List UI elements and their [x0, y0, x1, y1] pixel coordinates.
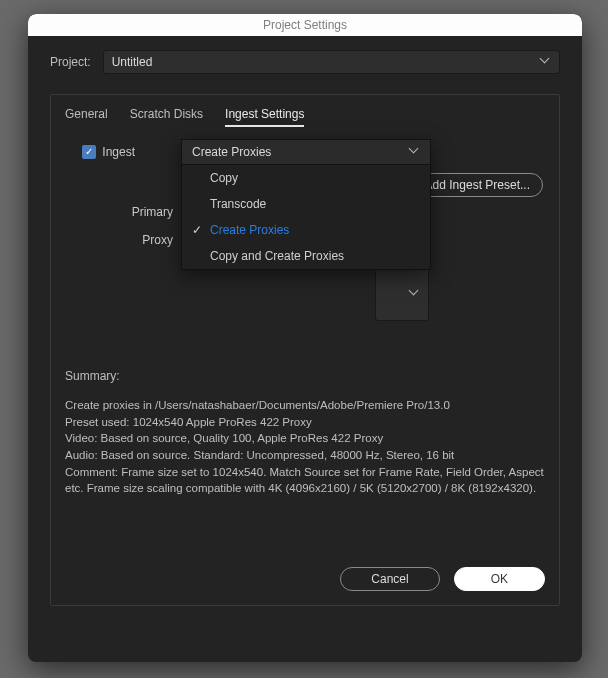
chevron-down-icon	[410, 289, 420, 299]
proxy-label: Proxy	[65, 233, 173, 247]
dropdown-option-transcode[interactable]: Transcode	[182, 191, 430, 217]
dropdown-header[interactable]: Create Proxies	[182, 140, 430, 165]
settings-panel: General Scratch Disks Ingest Settings In…	[50, 94, 560, 606]
primary-label: Primary	[65, 205, 173, 219]
project-label: Project:	[50, 55, 91, 69]
cancel-button[interactable]: Cancel	[340, 567, 439, 591]
summary-body: Create proxies in /Users/natashabaer/Doc…	[65, 397, 545, 497]
project-select[interactable]: Untitled	[103, 50, 560, 74]
ok-button[interactable]: OK	[454, 567, 545, 591]
window-title: Project Settings	[263, 18, 347, 32]
primary-row: Primary	[65, 205, 173, 219]
dropdown-selected-label: Create Proxies	[192, 145, 271, 159]
summary-heading: Summary:	[65, 369, 545, 383]
ingest-checkbox-label: Ingest	[102, 145, 135, 159]
project-row: Project: Untitled	[50, 50, 560, 74]
tabs: General Scratch Disks Ingest Settings	[65, 107, 545, 127]
dropdown-option-create-proxies[interactable]: Create Proxies	[182, 217, 430, 243]
add-ingest-preset-button[interactable]: Add Ingest Preset...	[412, 173, 543, 197]
titlebar: Project Settings	[28, 14, 582, 36]
ingest-mode-dropdown[interactable]: Create Proxies Copy Transcode Create Pro…	[181, 139, 431, 270]
tab-scratch-disks[interactable]: Scratch Disks	[130, 107, 203, 127]
dropdown-option-copy[interactable]: Copy	[182, 165, 430, 191]
chevron-down-icon	[541, 57, 551, 67]
tab-general[interactable]: General	[65, 107, 108, 127]
content-area: Project: Untitled General Scratch Disks …	[28, 36, 582, 624]
chevron-down-icon	[410, 147, 420, 157]
ingest-checkbox[interactable]	[82, 145, 96, 159]
project-name: Untitled	[112, 55, 153, 69]
dialog-footer: Cancel OK	[340, 567, 545, 591]
proxy-row: Proxy	[65, 233, 173, 247]
summary-section: Summary: Create proxies in /Users/natash…	[65, 369, 545, 497]
project-settings-window: Project Settings Project: Untitled Gener…	[28, 14, 582, 662]
dropdown-option-copy-and-create[interactable]: Copy and Create Proxies	[182, 243, 430, 269]
tab-ingest-settings[interactable]: Ingest Settings	[225, 107, 304, 127]
secondary-select-3[interactable]	[375, 267, 429, 321]
